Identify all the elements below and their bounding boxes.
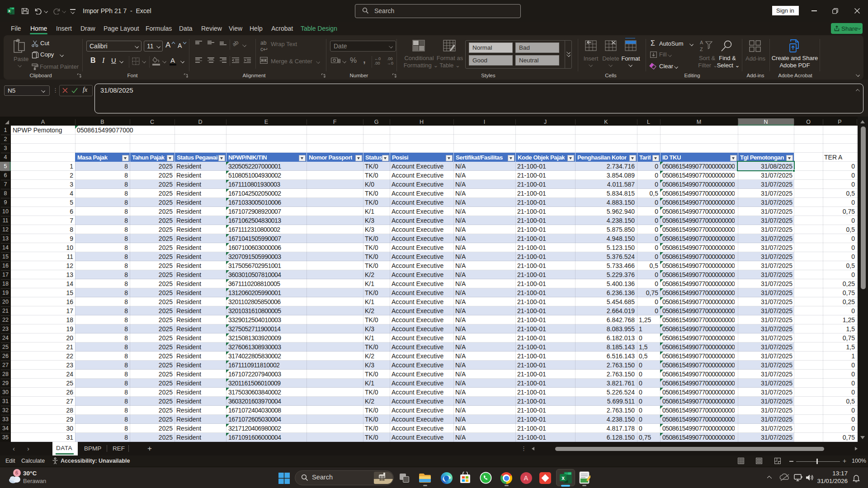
svg-text:x: x [8,9,10,13]
svg-text:A: A [700,40,703,45]
svg-text:Z: Z [700,47,703,52]
svg-text:x: x [561,475,565,481]
